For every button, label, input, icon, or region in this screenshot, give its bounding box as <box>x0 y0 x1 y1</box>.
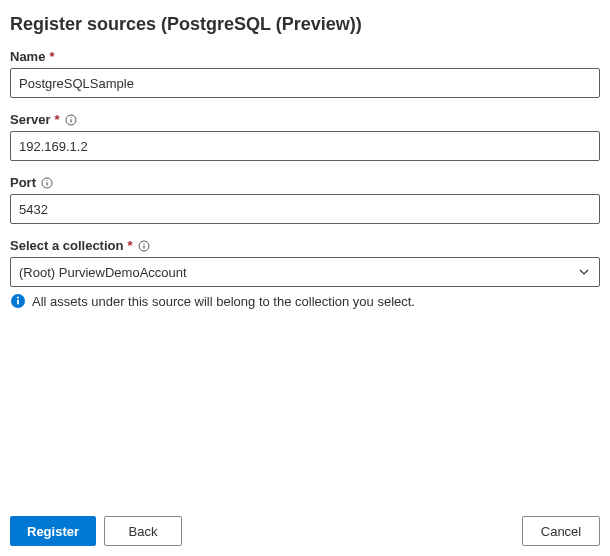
required-asterisk: * <box>127 238 132 253</box>
collection-dropdown[interactable]: (Root) PurviewDemoAccount <box>10 257 600 287</box>
cancel-button[interactable]: Cancel <box>522 516 600 546</box>
back-button[interactable]: Back <box>104 516 182 546</box>
label-collection: Select a collection * <box>10 238 600 253</box>
svg-point-2 <box>70 116 71 117</box>
label-name: Name * <box>10 49 600 64</box>
collection-selected-value: (Root) PurviewDemoAccount <box>19 265 577 280</box>
field-group-collection: Select a collection * (Root) PurviewDemo… <box>10 238 600 309</box>
field-group-port: Port <box>10 175 600 224</box>
label-server: Server * <box>10 112 600 127</box>
server-input[interactable] <box>10 131 600 161</box>
label-name-text: Name <box>10 49 45 64</box>
svg-point-5 <box>47 179 48 180</box>
field-group-server: Server * <box>10 112 600 161</box>
label-port: Port <box>10 175 600 190</box>
label-port-text: Port <box>10 175 36 190</box>
required-asterisk: * <box>49 49 54 64</box>
name-input[interactable] <box>10 68 600 98</box>
required-asterisk: * <box>54 112 59 127</box>
collection-info-row: All assets under this source will belong… <box>10 293 600 309</box>
info-badge-icon <box>10 293 26 309</box>
port-input[interactable] <box>10 194 600 224</box>
page-title: Register sources (PostgreSQL (Preview)) <box>10 14 600 35</box>
label-server-text: Server <box>10 112 50 127</box>
collection-info-text: All assets under this source will belong… <box>32 294 415 309</box>
label-collection-text: Select a collection <box>10 238 123 253</box>
info-icon[interactable] <box>138 240 150 252</box>
info-icon[interactable] <box>41 177 53 189</box>
field-group-name: Name * <box>10 49 600 98</box>
main-content: Register sources (PostgreSQL (Preview)) … <box>10 10 600 506</box>
register-button[interactable]: Register <box>10 516 96 546</box>
footer: Register Back Cancel <box>10 506 600 546</box>
svg-rect-10 <box>17 300 19 305</box>
svg-point-8 <box>143 242 144 243</box>
chevron-down-icon <box>577 265 591 279</box>
svg-point-11 <box>17 296 19 298</box>
info-icon[interactable] <box>65 114 77 126</box>
